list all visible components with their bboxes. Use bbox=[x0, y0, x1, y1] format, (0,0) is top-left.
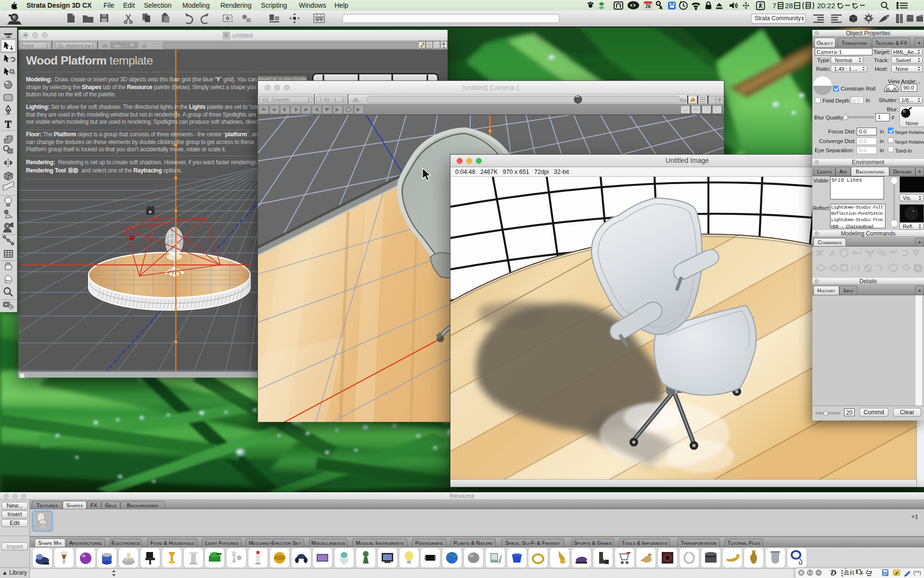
svg-text:T: T bbox=[5, 119, 12, 130]
svg-text:(^^): (^^) bbox=[913, 570, 921, 576]
svg-text:20:22: 20:22 bbox=[817, 1, 835, 10]
svg-text:UV: UV bbox=[316, 16, 323, 22]
svg-text:Strata Community: Strata Community bbox=[755, 15, 801, 22]
svg-text:7: 7 bbox=[772, 1, 776, 10]
svg-text:R: R bbox=[850, 569, 854, 577]
svg-text:28: 28 bbox=[785, 1, 793, 10]
svg-text:28: 28 bbox=[645, 4, 651, 9]
